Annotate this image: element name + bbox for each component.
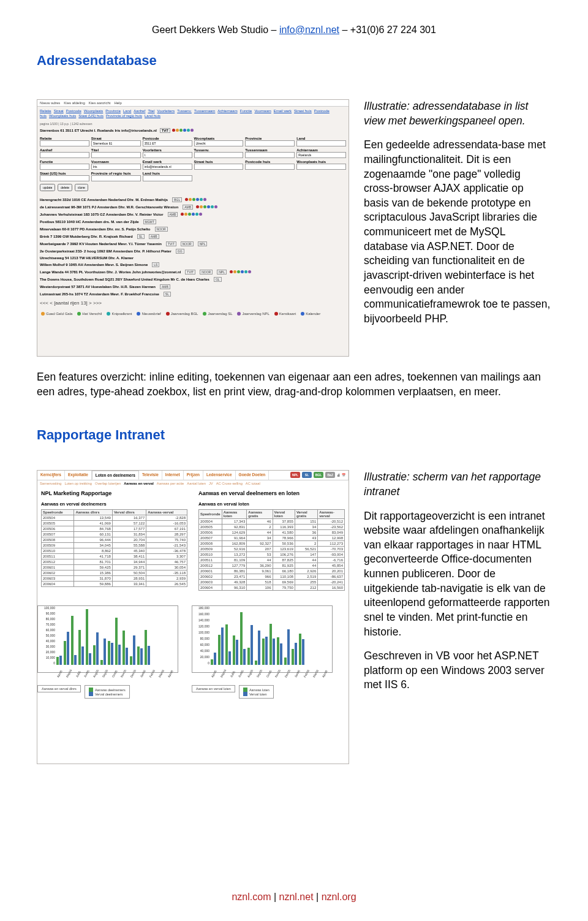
column-header[interactable]: Voornaam — [254, 109, 271, 113]
lottery-badge-bgl[interactable]: BGL — [314, 472, 323, 478]
field-input-titel[interactable] — [91, 152, 141, 158]
delete-button[interactable]: delete — [58, 184, 72, 191]
column-header[interactable]: Woonplaats — [84, 109, 104, 113]
legend-item[interactable]: Jaarverslag NPL — [237, 312, 269, 316]
legend-item[interactable]: Knipselkrant — [107, 312, 132, 316]
address-row[interactable]: Postbus 58110 1040 HC Amsterdam drs. M. … — [40, 218, 346, 226]
field-input-staat-us-huis[interactable] — [40, 175, 89, 181]
column-header[interactable]: Land huis — [145, 114, 160, 118]
legend-item[interactable]: Het Verschil — [77, 312, 102, 316]
field-input-provincie[interactable] — [245, 140, 295, 146]
legend-item[interactable]: Jaarverslag BGL — [166, 312, 198, 316]
legend-item[interactable]: Jaarverslag SL — [203, 312, 232, 316]
footer-link-3[interactable]: nznl.org — [322, 892, 356, 902]
address-row[interactable]: Moerbeigaarde 7 3992 KV Houten Nederland… — [40, 240, 346, 248]
field-input-postcode-huis[interactable] — [245, 164, 295, 170]
footer-link-1[interactable]: nznl.com — [232, 892, 271, 902]
column-header[interactable]: Postcode — [66, 109, 81, 113]
legend-item[interactable]: Nieuwsbrief — [137, 312, 160, 316]
tab-televisie[interactable]: Televisie — [139, 471, 162, 480]
column-header[interactable]: Aanhef — [134, 109, 145, 113]
address-row[interactable]: Herengracht 332d 1016 CE Amsterdam Neder… — [40, 196, 346, 203]
column-header[interactable]: Achternaam — [217, 109, 237, 113]
screenshot-adressendatabase: Nieuw adresKies afdelingKies aanzichtHel… — [37, 99, 349, 357]
lottery-badge-sl[interactable]: SL — [302, 472, 312, 478]
address-row[interactable]: Minervalaan 60-II 1077 PD Amsterdam Dhr.… — [40, 226, 346, 233]
field-input-postcode[interactable] — [143, 140, 192, 146]
tab-ledenservice[interactable]: Ledenservice — [203, 471, 236, 480]
menubar-item[interactable]: Help — [114, 101, 121, 105]
address-row[interactable]: Brink 7 1399 GW Muiderberg Dhr. R. Kraji… — [40, 233, 346, 240]
legend-item[interactable]: Kalender — [301, 312, 320, 316]
address-row[interactable]: Utrechtseweg 54 1213 TW HILVERSUM Dhr. A… — [40, 255, 346, 261]
header-email-link[interactable]: info@nznl.net — [279, 25, 339, 35]
tab-prijzen[interactable]: Prijzen — [184, 471, 203, 480]
tab-internet[interactable]: Internet — [162, 471, 184, 480]
tab-goede-doelen[interactable]: Goede Doelen — [236, 471, 270, 480]
legend-item[interactable]: Kerstkaart — [274, 312, 296, 316]
address-row[interactable]: The Downs House, Southdown Road SQ21 2BY… — [40, 276, 346, 283]
address-row[interactable]: Lange Wanda 44 3781 PL Voorthuizen Dhr. … — [40, 268, 346, 276]
address-row[interactable]: 2e Oosterparkstraat 233- 2 hoog 1092 BM … — [40, 248, 346, 255]
subtab-aanwas-en-verval[interactable]: Aanwas en verval — [124, 482, 154, 485]
column-header[interactable]: Land — [123, 109, 131, 113]
clone-button[interactable]: clone — [75, 184, 88, 191]
column-header[interactable]: Straat — [54, 109, 64, 113]
column-header[interactable]: Tussennaam — [194, 109, 215, 113]
column-header[interactable]: Tussenv. — [177, 109, 192, 113]
print-icon[interactable]: 🖨 — [337, 472, 340, 478]
pager[interactable]: <<< < [aantal rijen 13] > >>> — [37, 298, 349, 308]
field-input-aanhef[interactable] — [40, 152, 89, 158]
subtab-samenvatting[interactable]: Samenvatting — [40, 482, 61, 485]
menubar-item[interactable]: Nieuw adres — [40, 101, 60, 105]
menubar-item[interactable]: Kies aanzicht — [89, 101, 111, 105]
lottery-badge-baj[interactable]: BaJ — [325, 472, 335, 478]
field-input-voorletters[interactable] — [143, 152, 192, 158]
tab-loten-en-deelnemers[interactable]: Loten en deelnemers — [92, 471, 139, 480]
footer-link-2[interactable]: nznl.net — [279, 892, 314, 902]
legend-item[interactable]: Goed Geld Gala — [41, 312, 72, 316]
field-input-land[interactable] — [296, 140, 346, 146]
subtab-jv[interactable]: JV — [209, 482, 213, 485]
address-row[interactable]: Lutmastraat 265-hs 1074 TZ Amsterdam Mev… — [40, 290, 346, 298]
column-header[interactable]: Email werk — [274, 109, 292, 113]
column-header[interactable]: Straat huis — [294, 109, 312, 113]
address-row[interactable]: Johannes Verhulststraat 183 1075 GZ Amst… — [40, 211, 346, 218]
field-input-straat[interactable] — [91, 140, 141, 146]
subtab-ac-cross-selling[interactable]: AC Cross-selling — [216, 482, 243, 485]
field-input-voornaam[interactable] — [91, 164, 141, 170]
field-input-land-huis[interactable] — [143, 175, 192, 181]
column-header[interactable]: Voorletters — [157, 109, 175, 113]
field-input-functie[interactable] — [40, 164, 89, 170]
address-row[interactable]: Willem Molhof 9 1065 AH Amsterdam Mevr. … — [40, 261, 346, 268]
field-input-email-werk[interactable] — [143, 164, 192, 170]
column-header[interactable]: Titel — [148, 109, 154, 113]
field-input-relatie[interactable] — [40, 140, 89, 146]
field-input-woonplaats[interactable] — [194, 140, 244, 146]
subtab-ac-totaal[interactable]: AC totaal — [246, 482, 260, 485]
field-input-achternaam[interactable] — [296, 152, 346, 158]
field-input-provincie-of-regio-huis[interactable] — [91, 175, 141, 181]
address-row[interactable]: Westerdorpstraat 57 3871 AV Hoevelaken D… — [40, 283, 346, 290]
column-header[interactable]: Relatie — [40, 109, 51, 113]
column-header[interactable]: Functie — [240, 109, 252, 113]
subtab-overlap-loterijen[interactable]: Overlap loterijen — [95, 482, 121, 485]
menubar-item[interactable]: Kies afdeling — [64, 101, 85, 105]
address-row[interactable]: de Lairessestraat 96-3M 1071 PJ Amsterda… — [40, 203, 346, 211]
subtab-aantal-loten[interactable]: Aantal loten — [187, 482, 206, 485]
subtab-aanwas-per-actie[interactable]: Aanwas per actie — [157, 482, 184, 485]
field-input-woonplaats-huis[interactable] — [296, 164, 346, 170]
column-header[interactable]: Woonplaats huis — [49, 114, 76, 118]
update-button[interactable]: update — [40, 184, 55, 191]
calendar-icon[interactable]: 📅 — [342, 472, 345, 478]
column-header[interactable]: Provincie of regio huis — [106, 114, 142, 118]
field-input-tussenv-[interactable] — [194, 152, 244, 158]
column-header[interactable]: Staat (US) huis — [78, 114, 104, 118]
lottery-badge-npl[interactable]: NPL — [290, 472, 300, 478]
tab-exploitatie[interactable]: Exploitatie — [65, 471, 92, 480]
tab-kerncijfers[interactable]: Kerncijfers — [37, 471, 65, 480]
field-input-straat-huis[interactable] — [194, 164, 244, 170]
field-input-tussennaam[interactable] — [245, 152, 295, 158]
column-header[interactable]: Provincie — [105, 109, 121, 113]
subtab-loten-op-trekking[interactable]: Loten op trekking — [64, 482, 91, 485]
